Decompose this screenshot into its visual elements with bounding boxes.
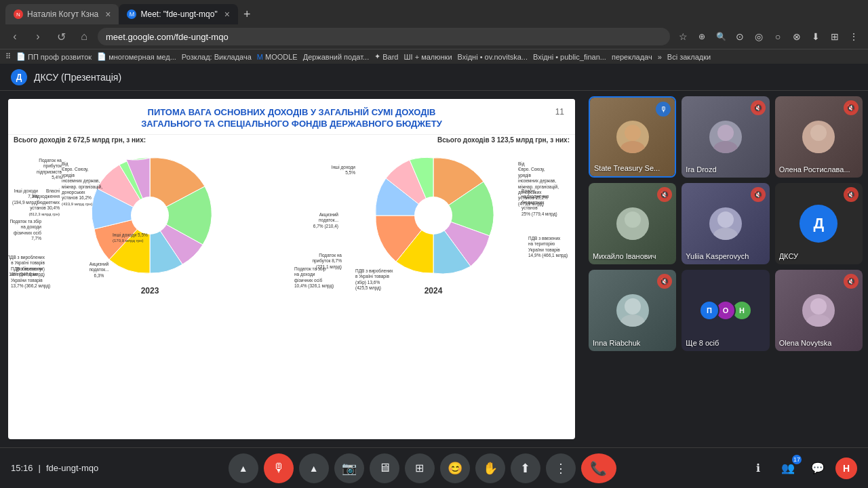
participants-button[interactable]: 👥 17 — [776, 456, 800, 481]
svg-point-8 — [625, 211, 641, 228]
meeting-time: 15:16 — [11, 463, 33, 473]
bookmark-apps[interactable]: ⠿ — [5, 52, 11, 61]
participant-name-6: ДКСУ — [779, 252, 798, 260]
svg-point-10 — [717, 211, 734, 228]
svg-point-4 — [717, 125, 734, 141]
participant-card-2[interactable]: 🔇 Ira Drozd — [682, 96, 769, 178]
participant-card-5[interactable]: 🔇 Yuliia Kasperovych — [682, 183, 769, 264]
bookmark-4[interactable]: M MOODLE — [257, 53, 298, 61]
toolbar-icons: ☆ ⊕ 🔍 ⊙ ◎ ○ ⊗ ⬇ ⊞ ⋮ — [674, 28, 863, 45]
extension-icon-2[interactable]: 🔍 — [712, 28, 730, 45]
reload-button[interactable]: ↺ — [52, 27, 71, 46]
svg-point-11 — [713, 228, 738, 240]
chart-2023: Власнінадходженнябюджетнихустанов 30,4%(… — [11, 148, 289, 436]
svg-point-3 — [620, 141, 645, 153]
raise-hand-button[interactable]: ✋ — [475, 453, 505, 483]
participant-card-7[interactable]: 🔇 Inna Riabchuk — [589, 270, 676, 351]
home-button[interactable]: ⌂ — [75, 27, 94, 46]
svg-point-14 — [810, 298, 827, 314]
tab-close-meet[interactable]: × — [224, 9, 230, 20]
participant-card-4[interactable]: 🔇 Михайло Іванович — [589, 183, 676, 264]
total-right: Всього доходів 3 123,5 млрд грн, з них: — [437, 136, 570, 144]
year-left: 2023 — [141, 286, 159, 296]
participant-card-6[interactable]: Д 🔇 ДКСУ — [775, 183, 863, 264]
extension-icon-3[interactable]: ⊙ — [731, 28, 749, 45]
bookmark-7[interactable]: ШІ + малюнки — [403, 53, 452, 61]
tab-bar: N Наталія Когут Кзна × M Meet: "fde-ungt… — [0, 0, 868, 24]
chat-button[interactable]: 💬 — [806, 456, 830, 481]
participant-card-1[interactable]: 🎙 State Treasury Se... — [589, 96, 676, 178]
bookmark-more[interactable]: » — [658, 53, 662, 61]
tab-meet[interactable]: M Meet: "fde-ungt-mqo" × — [119, 4, 237, 24]
tab-favicon-1: N — [14, 9, 23, 19]
extension-icon-4[interactable]: ◎ — [750, 28, 768, 45]
more-menu-icon[interactable]: ⋮ — [845, 28, 863, 45]
address-input[interactable] — [98, 28, 670, 45]
mic-options-button[interactable]: ▲ — [229, 453, 258, 483]
info-button[interactable]: ℹ — [746, 456, 770, 481]
forward-button[interactable]: › — [28, 27, 47, 46]
participant-name-7: Inna Riabchuk — [593, 339, 640, 347]
new-tab-button[interactable]: + — [238, 5, 256, 24]
mic-mute-button[interactable]: 🎙 — [264, 453, 294, 483]
meet-header: Д ДКСУ (Презентація) — [0, 64, 868, 91]
meet-header-title: ДКСУ (Презентація) — [34, 72, 121, 83]
controls-left: 15:16 | fde-ungt-mqo — [11, 463, 98, 473]
controls-separator: | — [39, 463, 41, 473]
screenshare-button[interactable]: 🖥 — [370, 453, 399, 483]
account-button[interactable]: Н — [835, 458, 857, 479]
svg-point-15 — [806, 314, 831, 327]
extension-icon-6[interactable]: ⊗ — [788, 28, 806, 45]
bookmark-3[interactable]: Розклад: Викладача — [182, 53, 252, 61]
participant-card-8[interactable]: П О Н Ще 8 осіб — [682, 270, 769, 351]
svg-point-7 — [806, 141, 831, 153]
bookmark-5[interactable]: Державний подат... — [303, 53, 370, 61]
hangup-button[interactable]: 📞 — [581, 453, 616, 483]
slide-header: ПИТОМА ВАГА ОСНОВНИХ ДОХОДІВ У ЗАГАЛЬНІЙ… — [8, 99, 575, 135]
camera-button[interactable]: 📷 — [334, 453, 364, 483]
presentation-area: ПИТОМА ВАГА ОСНОВНИХ ДОХОДІВ У ЗАГАЛЬНІЙ… — [0, 91, 583, 447]
back-button[interactable]: ‹ — [5, 27, 24, 46]
bookmark-9[interactable]: Вхідні • public_finan... — [533, 53, 606, 61]
address-bar-row: ‹ › ↺ ⌂ ☆ ⊕ 🔍 ⊙ ◎ ○ ⊗ ⬇ ⊞ ⋮ — [0, 24, 868, 49]
svg-point-6 — [810, 125, 827, 141]
extension-icon-8[interactable]: ⊞ — [826, 28, 844, 45]
participant-name-1: State Treasury Se... — [594, 164, 660, 172]
extension-icon-5[interactable]: ○ — [769, 28, 787, 45]
participant-card-3[interactable]: 🔇 Олена Ростислава... — [775, 96, 863, 178]
bookmark-6[interactable]: ✦ Bard — [374, 52, 398, 61]
more-options-button[interactable]: ⋮ — [546, 453, 576, 483]
meet-avatar: Д — [11, 69, 27, 85]
participant-mic-9: 🔇 — [844, 274, 859, 289]
camera-up-button[interactable]: ▲ — [299, 453, 329, 483]
controls-right: ℹ 👥 17 💬 Н — [746, 456, 857, 481]
bookmark-1[interactable]: 📄 ПП проф розвиток — [16, 52, 92, 61]
extension-icon-7[interactable]: ⬇ — [807, 28, 825, 45]
bookmark-2[interactable]: 📄 многомерная мед... — [97, 52, 176, 61]
tab-label-1: Наталія Когут Кзна — [27, 9, 98, 19]
tab-natyalia[interactable]: N Наталія Когут Кзна × — [5, 4, 119, 24]
tab-close-1[interactable]: × — [105, 9, 111, 20]
tab-label-meet: Meet: "fde-ungt-mqo" — [140, 9, 217, 19]
svg-point-5 — [713, 141, 738, 153]
bookmark-favicon-1: 📄 — [16, 52, 26, 61]
controls-bar: 15:16 | fde-ungt-mqo ▲ 🎙 ▲ 📷 🖥 ⊞ 😊 ✋ ⬆ ⋮… — [0, 447, 868, 488]
bookmark-icon[interactable]: ☆ — [674, 28, 692, 45]
svg-point-13 — [620, 314, 645, 327]
pie-chart-2024 — [366, 148, 501, 283]
svg-point-9 — [620, 228, 645, 240]
extension-icon-1[interactable]: ⊕ — [693, 28, 711, 45]
bookmark-10[interactable]: перекладач — [612, 53, 652, 61]
present-button[interactable]: ⬆ — [511, 453, 540, 483]
bookmark-favicon-4: M — [257, 53, 263, 61]
bookmark-8[interactable]: Вхідні • ov.novitska... — [458, 53, 528, 61]
participant-card-9[interactable]: 🔇 Olena Novytska — [775, 270, 863, 351]
emoji-button[interactable]: 😊 — [440, 453, 470, 483]
svg-point-0 — [131, 197, 169, 235]
charts-row: Власнінадходженнябюджетнихустанов 30,4%(… — [8, 145, 575, 439]
svg-point-2 — [625, 125, 641, 141]
pie-chart-2023 — [82, 148, 218, 283]
participants-grid: 🎙 State Treasury Se... 🔇 Ira Drozd — [589, 96, 863, 351]
activities-button[interactable]: ⊞ — [405, 453, 435, 483]
bookmark-all[interactable]: Всі закладки — [667, 53, 711, 61]
